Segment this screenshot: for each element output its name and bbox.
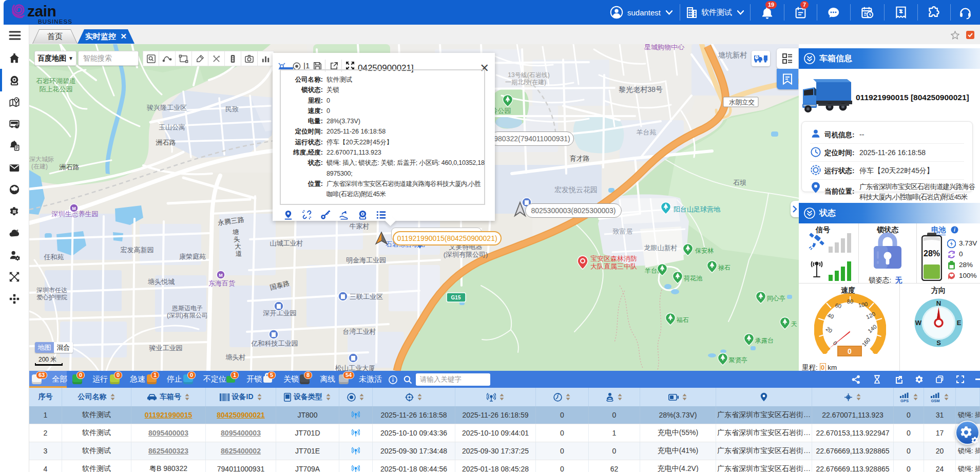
svg-text:i: i	[954, 227, 955, 233]
svg-text:宏发悦云花园: 宏发悦云花园	[554, 185, 598, 194]
svg-text:GSM: GSM	[931, 398, 939, 402]
svg-text:M: M	[219, 273, 223, 278]
svg-text:荷花池: 荷花池	[684, 275, 703, 282]
svg-text:洲石路: 洲石路	[156, 139, 176, 146]
svg-text:E: E	[957, 319, 962, 327]
svg-text:聚贤亭: 聚贤亭	[729, 356, 747, 364]
svg-text:60: 60	[835, 302, 842, 309]
svg-text:羊台苑: 羊台苑	[637, 128, 657, 136]
svg-text:石岩环湖碧道: 石岩环湖碧道	[36, 77, 76, 85]
svg-text:塘头村: 塘头村	[226, 353, 246, 361]
svg-text:塘坑新村: 塘坑新村	[718, 51, 747, 59]
svg-text:明金海工业园: 明金海工业园	[346, 256, 386, 264]
svg-text:任和苑: 任和苑	[44, 253, 64, 261]
svg-text:三联工业区: 三联工业区	[350, 293, 383, 300]
svg-text:山城工业村: 山城工业村	[270, 239, 303, 247]
svg-text:天: 天	[791, 320, 797, 328]
svg-text:一期北段(在建): 一期北段(在建)	[505, 79, 546, 86]
svg-text:M: M	[72, 206, 76, 211]
svg-text:道: 道	[236, 250, 242, 257]
svg-text:石坝: 石坝	[733, 179, 746, 186]
svg-text:承露台: 承露台	[755, 337, 774, 344]
svg-text:亿和科技工业园: 亿和科技工业园	[251, 339, 298, 347]
svg-text:深大城际: 深大城际	[29, 156, 54, 163]
svg-text:28%: 28%	[924, 249, 940, 258]
svg-text:W: W	[915, 319, 922, 327]
svg-text:S: S	[936, 339, 941, 347]
svg-text:(深圳有限公司): (深圳有限公司)	[444, 251, 488, 258]
svg-text:深圳市任达: 深圳市任达	[36, 287, 67, 294]
svg-text:160: 160	[861, 336, 872, 348]
svg-text:陌上花公园: 陌上花公园	[40, 85, 73, 93]
svg-text:阳台山足球营地: 阳台山足球营地	[674, 205, 721, 213]
svg-text:40: 40	[827, 312, 835, 319]
svg-text:大: 大	[235, 243, 241, 250]
svg-text:玉山公寓: 玉山公寓	[159, 123, 185, 131]
svg-text:牛家村: 牛家村	[350, 222, 370, 230]
svg-text:黎光老村38号: 黎光老村38号	[619, 85, 663, 93]
svg-text:民致: 民致	[225, 105, 239, 113]
svg-text:G15: G15	[451, 295, 461, 300]
svg-text:洲石路: 洲石路	[59, 163, 80, 171]
svg-text:水朗立交: 水朗立交	[729, 99, 755, 106]
svg-text:宏发高新园: 宏发高新园	[121, 246, 154, 254]
svg-text:保安林: 保安林	[695, 247, 714, 254]
svg-text:恩斯迈电子: 恩斯迈电子	[171, 305, 203, 312]
svg-text:致富居: 致富居	[613, 228, 633, 235]
svg-text:骏兴隆工业区: 骏兴隆工业区	[147, 104, 187, 111]
svg-text:康荣庭苑: 康荣庭苑	[179, 253, 206, 260]
svg-text:20: 20	[825, 326, 834, 334]
svg-text:育才路: 育才路	[570, 155, 590, 162]
svg-text:同心亭: 同心亭	[767, 295, 785, 302]
svg-text:福石: 福石	[676, 316, 689, 324]
svg-text:龙眼山新村: 龙眼山新村	[644, 244, 678, 252]
svg-text:塘头悦城: 塘头悦城	[148, 278, 175, 286]
svg-text:140: 140	[867, 324, 878, 334]
svg-text:BUSINESS: BUSINESS	[38, 18, 72, 25]
svg-text:(在建): (在建)	[31, 163, 48, 170]
svg-text:zain: zain	[27, 3, 56, 20]
svg-text:东海百货: 东海百货	[208, 279, 235, 287]
svg-text:大队直属三中队: 大队直属三中队	[590, 262, 637, 270]
svg-text:松山工业大厦: 松山工业大厦	[335, 364, 375, 371]
svg-text:13号线(石岩线): 13号线(石岩线)	[508, 71, 549, 79]
svg-text:塘: 塘	[233, 229, 239, 236]
svg-text:头: 头	[234, 236, 240, 243]
svg-text:GPS: GPS	[900, 398, 909, 402]
svg-text:台湾工业村: 台湾工业村	[343, 328, 376, 335]
svg-text:N: N	[936, 299, 941, 307]
svg-text:禄石: 禄石	[718, 264, 731, 271]
svg-text:爱心护理院: 爱心护理院	[36, 294, 67, 301]
svg-text:宝安区森林消防: 宝安区森林消防	[590, 255, 637, 262]
svg-text:星城购物中心: 星城购物中心	[644, 44, 685, 51]
svg-text:骏业工业园: 骏业工业园	[149, 344, 183, 352]
svg-text:80: 80	[847, 298, 853, 305]
svg-text:(深圳)有限公司: (深圳)有限公司	[167, 312, 208, 319]
